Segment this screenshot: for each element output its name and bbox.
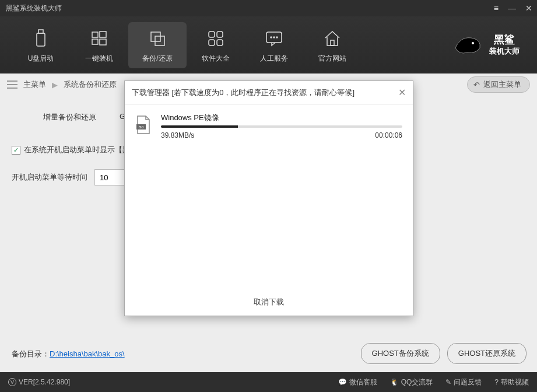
copy-icon: [128, 27, 187, 50]
ghost-restore-button[interactable]: GHOST还原系统: [447, 343, 527, 364]
nav-label: U盘启动: [12, 54, 70, 64]
menu-icon[interactable]: ≡: [494, 4, 499, 13]
version-icon: V: [8, 378, 16, 386]
statusbar: V VER[2.5.42.980] 💬微信客服 🐧QQ交流群 ✎问题反馈 ?帮助…: [0, 372, 537, 392]
svg-rect-0: [38, 30, 43, 33]
feedback-icon: ✎: [445, 378, 451, 386]
modal-header: 下载管理器 [若下载速度为0，此时程序正在寻找资源，请耐心等候] ✕: [125, 81, 413, 104]
main-nav: U盘启动 一键装机 备份/还原 软件大全 人工服务 官方网站 黑鲨 装机大师: [0, 16, 537, 74]
modal-title: 下载管理器 [若下载速度为0，此时程序正在寻找资源，请耐心等候]: [132, 88, 355, 98]
download-manager-modal: 下载管理器 [若下载速度为0，此时程序正在寻找资源，请耐心等候] ✕ iso W…: [124, 80, 413, 316]
wechat-icon: 💬: [338, 378, 347, 386]
qq-link[interactable]: 🐧QQ交流群: [390, 377, 433, 387]
version: V VER[2.5.42.980]: [8, 378, 70, 386]
undo-icon: ↶: [473, 80, 480, 89]
boot-menu-checkbox[interactable]: ✓: [12, 146, 20, 155]
usb-icon: [12, 27, 70, 50]
breadcrumb-root[interactable]: 主菜单: [23, 79, 46, 90]
download-item: iso Windows PE镜像 39.83MB/s 00:00:06: [135, 113, 402, 139]
svg-rect-5: [100, 39, 106, 45]
backup-dir: 备份目录：D:\heisha\bak\bak_os\: [12, 349, 125, 359]
svg-rect-7: [155, 36, 164, 46]
svg-point-14: [273, 37, 275, 38]
svg-rect-3: [100, 32, 106, 37]
svg-point-13: [271, 37, 272, 38]
breadcrumb-current: 系统备份和还原: [64, 79, 117, 90]
apps-icon: [187, 27, 245, 50]
minimize-icon[interactable]: —: [508, 4, 516, 13]
svg-rect-1: [37, 33, 45, 46]
logo-subtitle: 装机大师: [489, 47, 520, 56]
iso-file-icon: iso: [135, 113, 154, 139]
titlebar: 黑鲨系统装机大师 ≡ — ✕: [0, 0, 537, 16]
backup-dir-label: 备份目录：: [12, 349, 50, 358]
shark-icon: [451, 30, 485, 60]
modal-body: iso Windows PE镜像 39.83MB/s 00:00:06: [125, 104, 413, 289]
nav-usb-boot[interactable]: U盘启动: [12, 22, 70, 68]
boot-menu-label: 在系统开机启动菜单时显示【黑: [24, 145, 130, 155]
svg-text:iso: iso: [139, 125, 144, 129]
logo-title: 黑鲨: [489, 34, 520, 47]
nav-label: 软件大全: [187, 54, 245, 64]
svg-rect-8: [209, 32, 215, 37]
back-to-main-button[interactable]: ↶ 返回主菜单: [467, 76, 530, 93]
list-icon: [7, 80, 17, 89]
tab-incremental[interactable]: 增量备份和还原: [31, 106, 108, 128]
download-info: Windows PE镜像 39.83MB/s 00:00:06: [161, 113, 402, 139]
chevron-right-icon: ▶: [52, 80, 58, 89]
version-text: VER[2.5.42.980]: [19, 378, 70, 386]
feedback-link[interactable]: ✎问题反馈: [445, 377, 482, 387]
app-title: 黑鲨系统装机大师: [5, 4, 494, 13]
svg-rect-16: [331, 40, 334, 46]
nav-website[interactable]: 官方网站: [303, 22, 361, 68]
cancel-download-button[interactable]: 取消下载: [254, 298, 284, 306]
svg-rect-11: [217, 40, 223, 46]
svg-rect-6: [151, 32, 160, 41]
windows-icon: [70, 27, 128, 50]
wait-time-label: 开机启动菜单等待时间: [12, 172, 87, 183]
progress-fill: [161, 125, 238, 128]
svg-rect-4: [92, 39, 98, 44]
download-name: Windows PE镜像: [161, 113, 402, 123]
home-icon: [303, 27, 361, 50]
qq-icon: 🐧: [390, 378, 399, 386]
help-link[interactable]: ?帮助视频: [494, 377, 529, 387]
nav-label: 一键装机: [70, 54, 128, 64]
chat-icon: [245, 27, 303, 50]
nav-backup-restore[interactable]: 备份/还原: [128, 22, 187, 68]
window-controls: ≡ — ✕: [494, 4, 532, 13]
svg-point-17: [472, 42, 474, 44]
ghost-backup-button[interactable]: GHOST备份系统: [361, 343, 440, 364]
nav-label: 备份/还原: [128, 54, 187, 64]
wechat-link[interactable]: 💬微信客服: [338, 377, 377, 387]
modal-close-button[interactable]: ✕: [398, 87, 406, 98]
help-icon: ?: [494, 378, 499, 386]
nav-label: 人工服务: [245, 54, 303, 64]
download-time: 00:00:06: [375, 131, 402, 139]
nav-support[interactable]: 人工服务: [245, 22, 303, 68]
nav-software[interactable]: 软件大全: [187, 22, 245, 68]
svg-rect-9: [217, 32, 223, 37]
progress-bar: [161, 125, 402, 128]
modal-footer: 取消下载: [125, 289, 413, 316]
svg-point-15: [276, 37, 278, 38]
backup-dir-link[interactable]: D:\heisha\bak\bak_os\: [50, 349, 125, 358]
back-label: 返回主菜单: [483, 79, 521, 90]
download-speed: 39.83MB/s: [161, 131, 194, 139]
logo: 黑鲨 装机大师: [451, 30, 525, 60]
close-icon[interactable]: ✕: [525, 4, 532, 13]
nav-label: 官方网站: [303, 54, 361, 64]
svg-rect-2: [92, 32, 98, 37]
action-buttons: GHOST备份系统 GHOST还原系统: [361, 343, 527, 364]
nav-one-click[interactable]: 一键装机: [70, 22, 128, 68]
svg-rect-10: [209, 40, 215, 46]
